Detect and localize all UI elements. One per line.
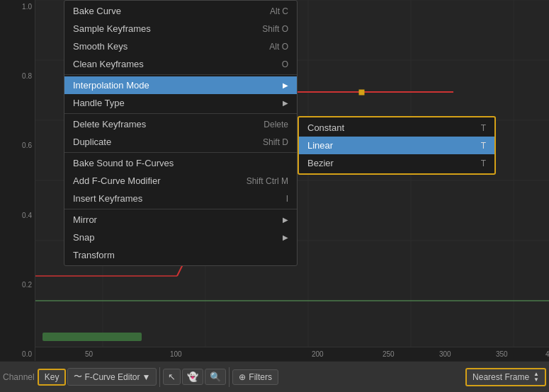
filters-icon: ⊕ bbox=[239, 372, 246, 382]
menu-item-add-fcurve-modifier[interactable]: Add F-Curve Modifier Shift Ctrl M bbox=[64, 172, 297, 190]
filters-button[interactable]: ⊕ Filters bbox=[232, 369, 278, 385]
menu-item-sample-keyframes[interactable]: Sample Keyframes Shift O bbox=[64, 20, 297, 38]
y-label-10: 1.0 bbox=[22, 3, 32, 11]
menu-item-handle-type[interactable]: Handle Type bbox=[64, 94, 297, 112]
x-label-250: 250 bbox=[383, 350, 395, 358]
menu-item-mirror[interactable]: Mirror bbox=[64, 211, 297, 229]
channel-label: Channel bbox=[3, 372, 35, 382]
fcurve-dropdown-arrow: ▼ bbox=[142, 372, 150, 382]
x-label-300: 300 bbox=[439, 350, 451, 358]
x-axis-ruler: 50 100 200 250 300 350 400 bbox=[35, 347, 549, 361]
x-label-200: 200 bbox=[312, 350, 324, 358]
search-button[interactable]: 🔍 bbox=[205, 369, 226, 385]
menu-item-duplicate[interactable]: Duplicate Shift D bbox=[64, 133, 297, 151]
menu-label-smooth-keys: Smooth Keys bbox=[73, 41, 128, 52]
menu-separator-2 bbox=[64, 113, 297, 114]
menu-label-delete-keyframes: Delete Keyframes bbox=[73, 119, 146, 129]
menu-item-smooth-keys[interactable]: Smooth Keys Alt O bbox=[64, 38, 297, 55]
menu-label-handle-type: Handle Type bbox=[73, 98, 125, 108]
fcurve-editor-label: F-Curve Editor bbox=[84, 372, 140, 382]
menu-item-bake-sound[interactable]: Bake Sound to F-Curves bbox=[64, 154, 297, 172]
menu-separator-4 bbox=[64, 209, 297, 209]
menu-label-transform: Transform bbox=[73, 250, 115, 260]
menu-item-clean-keyframes[interactable]: Clean Keyframes O bbox=[64, 55, 297, 73]
menu-label-mirror: Mirror bbox=[73, 214, 97, 225]
y-label-04: 0.4 bbox=[22, 212, 32, 219]
nearest-frame-dropdown[interactable]: Nearest Frame ▲ ▼ bbox=[465, 368, 546, 386]
menu-shortcut-bake-curve: Alt C bbox=[270, 6, 288, 16]
fcurve-editor-button[interactable]: 〜 F-Curve Editor ▼ bbox=[67, 368, 157, 386]
menu-label-bake-sound: Bake Sound to F-Curves bbox=[73, 158, 174, 168]
submenu-shortcut-linear: T bbox=[481, 141, 486, 151]
menu-item-bake-curve[interactable]: Bake Curve Alt C bbox=[64, 2, 297, 20]
y-label-08: 0.8 bbox=[22, 72, 32, 80]
menu-item-interpolation-mode[interactable]: Interpolation Mode bbox=[64, 76, 297, 94]
x-label-50: 50 bbox=[85, 350, 93, 358]
ghost-button[interactable]: 👻 bbox=[182, 369, 203, 385]
nearest-frame-label: Nearest Frame bbox=[472, 372, 529, 382]
y-axis-ruler: 1.0 0.8 0.6 0.4 0.2 0.0 bbox=[0, 0, 35, 361]
menu-label-insert-keyframes: Insert Keyframes bbox=[73, 193, 142, 204]
nearest-frame-arrow-down: ▼ bbox=[533, 377, 539, 383]
menu-label-sample-keyframes: Sample Keyframes bbox=[73, 23, 151, 34]
key-button[interactable]: Key bbox=[38, 369, 67, 386]
menu-shortcut-smooth-keys: Alt O bbox=[269, 42, 288, 52]
submenu-label-constant: Constant bbox=[307, 122, 344, 133]
toolbar-separator-2 bbox=[229, 367, 230, 387]
nearest-frame-arrows: ▲ ▼ bbox=[533, 371, 539, 383]
menu-label-snap: Snap bbox=[73, 232, 94, 243]
search-icon: 🔍 bbox=[210, 371, 221, 382]
editor-area: 1.0 0.8 0.6 0.4 0.2 0.0 50 100 200 250 3… bbox=[0, 0, 549, 392]
menu-shortcut-clean-keyframes: O bbox=[282, 59, 288, 69]
menu-shortcut-add-fcurve-modifier: Shift Ctrl M bbox=[247, 176, 288, 186]
bottom-toolbar: Channel Key 〜 F-Curve Editor ▼ ↖ 👻 🔍 ⊕ F… bbox=[0, 361, 549, 392]
ghost-icon: 👻 bbox=[187, 371, 198, 382]
cursor-icon: ↖ bbox=[168, 371, 176, 382]
menu-shortcut-sample-keyframes: Shift O bbox=[262, 24, 288, 34]
select-tool-button[interactable]: ↖ bbox=[163, 369, 181, 385]
menu-label-clean-keyframes: Clean Keyframes bbox=[73, 59, 144, 69]
menu-label-interpolation-mode: Interpolation Mode bbox=[73, 80, 149, 91]
submenu-item-bezier[interactable]: Bezier T bbox=[299, 154, 494, 172]
menu-separator-1 bbox=[64, 74, 297, 75]
menu-item-delete-keyframes[interactable]: Delete Keyframes Delete bbox=[64, 115, 297, 133]
filters-label: Filters bbox=[249, 372, 272, 382]
menu-label-bake-curve: Bake Curve bbox=[73, 6, 121, 16]
submenu-shortcut-bezier: T bbox=[481, 158, 486, 168]
menu-shortcut-delete-keyframes: Delete bbox=[264, 120, 288, 129]
x-label-100: 100 bbox=[170, 350, 182, 358]
menu-shortcut-insert-keyframes: I bbox=[286, 194, 288, 204]
submenu-item-linear[interactable]: Linear T bbox=[299, 137, 494, 154]
submenu-shortcut-constant: T bbox=[481, 123, 486, 133]
x-label-400: 400 bbox=[545, 350, 549, 358]
menu-item-transform[interactable]: Transform bbox=[64, 246, 297, 264]
menu-separator-3 bbox=[64, 152, 297, 153]
y-label-02: 0.2 bbox=[22, 281, 32, 289]
x-label-350: 350 bbox=[496, 350, 508, 358]
menu-label-add-fcurve-modifier: Add F-Curve Modifier bbox=[73, 175, 161, 186]
menu-item-insert-keyframes[interactable]: Insert Keyframes I bbox=[64, 190, 297, 207]
menu-label-duplicate: Duplicate bbox=[73, 137, 111, 147]
y-label-06: 0.6 bbox=[22, 142, 32, 149]
svg-rect-17 bbox=[43, 333, 142, 341]
interpolation-submenu: Constant T Linear T Bezier T bbox=[298, 116, 496, 175]
submenu-label-linear: Linear bbox=[307, 140, 333, 151]
submenu-label-bezier: Bezier bbox=[307, 158, 334, 168]
fcurve-icon: 〜 bbox=[74, 371, 82, 383]
submenu-item-constant[interactable]: Constant T bbox=[299, 119, 494, 137]
menu-shortcut-duplicate: Shift D bbox=[263, 137, 288, 147]
toolbar-separator-1 bbox=[159, 367, 160, 387]
menu-item-snap[interactable]: Snap bbox=[64, 229, 297, 246]
svg-rect-16 bbox=[359, 90, 364, 95]
context-menu: Bake Curve Alt C Sample Keyframes Shift … bbox=[64, 0, 298, 266]
y-label-00: 0.0 bbox=[22, 350, 32, 358]
